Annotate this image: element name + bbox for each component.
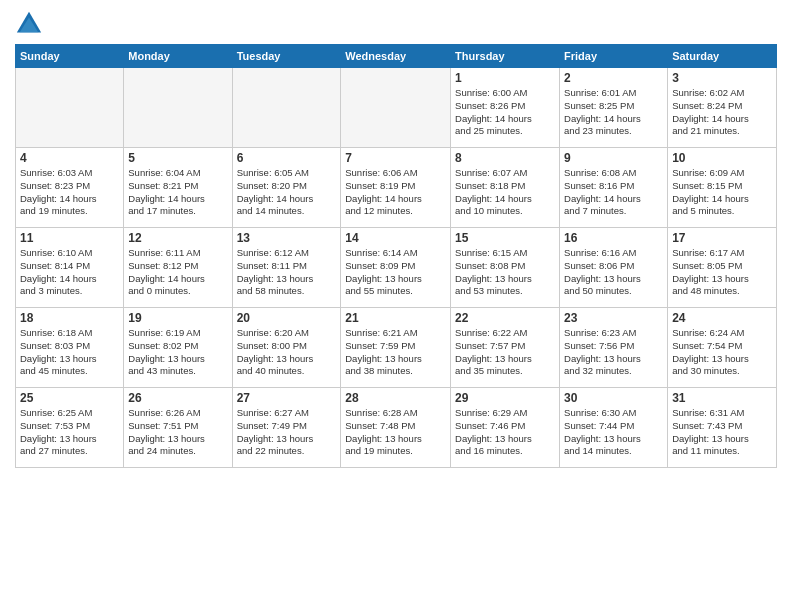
cell-info: Sunrise: 6:03 AM Sunset: 8:23 PM Dayligh… (20, 167, 119, 218)
week-row-2: 4Sunrise: 6:03 AM Sunset: 8:23 PM Daylig… (16, 148, 777, 228)
calendar-cell (232, 68, 341, 148)
cell-info: Sunrise: 6:05 AM Sunset: 8:20 PM Dayligh… (237, 167, 337, 218)
weekday-thursday: Thursday (451, 45, 560, 68)
cell-info: Sunrise: 6:15 AM Sunset: 8:08 PM Dayligh… (455, 247, 555, 298)
calendar-cell: 10Sunrise: 6:09 AM Sunset: 8:15 PM Dayli… (668, 148, 777, 228)
calendar-table: SundayMondayTuesdayWednesdayThursdayFrid… (15, 44, 777, 468)
calendar-cell: 21Sunrise: 6:21 AM Sunset: 7:59 PM Dayli… (341, 308, 451, 388)
date-number: 10 (672, 151, 772, 165)
calendar-cell: 29Sunrise: 6:29 AM Sunset: 7:46 PM Dayli… (451, 388, 560, 468)
cell-info: Sunrise: 6:31 AM Sunset: 7:43 PM Dayligh… (672, 407, 772, 458)
calendar-cell: 18Sunrise: 6:18 AM Sunset: 8:03 PM Dayli… (16, 308, 124, 388)
cell-info: Sunrise: 6:24 AM Sunset: 7:54 PM Dayligh… (672, 327, 772, 378)
date-number: 20 (237, 311, 337, 325)
calendar-cell: 17Sunrise: 6:17 AM Sunset: 8:05 PM Dayli… (668, 228, 777, 308)
cell-info: Sunrise: 6:04 AM Sunset: 8:21 PM Dayligh… (128, 167, 227, 218)
calendar-cell: 30Sunrise: 6:30 AM Sunset: 7:44 PM Dayli… (560, 388, 668, 468)
week-row-4: 18Sunrise: 6:18 AM Sunset: 8:03 PM Dayli… (16, 308, 777, 388)
date-number: 12 (128, 231, 227, 245)
calendar-cell: 2Sunrise: 6:01 AM Sunset: 8:25 PM Daylig… (560, 68, 668, 148)
calendar-cell: 9Sunrise: 6:08 AM Sunset: 8:16 PM Daylig… (560, 148, 668, 228)
calendar-cell: 28Sunrise: 6:28 AM Sunset: 7:48 PM Dayli… (341, 388, 451, 468)
cell-info: Sunrise: 6:27 AM Sunset: 7:49 PM Dayligh… (237, 407, 337, 458)
date-number: 18 (20, 311, 119, 325)
calendar-cell: 20Sunrise: 6:20 AM Sunset: 8:00 PM Dayli… (232, 308, 341, 388)
weekday-monday: Monday (124, 45, 232, 68)
calendar-cell: 5Sunrise: 6:04 AM Sunset: 8:21 PM Daylig… (124, 148, 232, 228)
date-number: 26 (128, 391, 227, 405)
cell-info: Sunrise: 6:29 AM Sunset: 7:46 PM Dayligh… (455, 407, 555, 458)
date-number: 21 (345, 311, 446, 325)
logo (15, 10, 47, 38)
cell-info: Sunrise: 6:17 AM Sunset: 8:05 PM Dayligh… (672, 247, 772, 298)
calendar-cell: 24Sunrise: 6:24 AM Sunset: 7:54 PM Dayli… (668, 308, 777, 388)
date-number: 11 (20, 231, 119, 245)
week-row-5: 25Sunrise: 6:25 AM Sunset: 7:53 PM Dayli… (16, 388, 777, 468)
calendar-cell: 8Sunrise: 6:07 AM Sunset: 8:18 PM Daylig… (451, 148, 560, 228)
header (15, 10, 777, 38)
date-number: 29 (455, 391, 555, 405)
calendar-cell: 31Sunrise: 6:31 AM Sunset: 7:43 PM Dayli… (668, 388, 777, 468)
date-number: 31 (672, 391, 772, 405)
date-number: 24 (672, 311, 772, 325)
date-number: 14 (345, 231, 446, 245)
weekday-wednesday: Wednesday (341, 45, 451, 68)
calendar-cell: 4Sunrise: 6:03 AM Sunset: 8:23 PM Daylig… (16, 148, 124, 228)
cell-info: Sunrise: 6:11 AM Sunset: 8:12 PM Dayligh… (128, 247, 227, 298)
cell-info: Sunrise: 6:23 AM Sunset: 7:56 PM Dayligh… (564, 327, 663, 378)
cell-info: Sunrise: 6:26 AM Sunset: 7:51 PM Dayligh… (128, 407, 227, 458)
calendar-cell: 6Sunrise: 6:05 AM Sunset: 8:20 PM Daylig… (232, 148, 341, 228)
cell-info: Sunrise: 6:22 AM Sunset: 7:57 PM Dayligh… (455, 327, 555, 378)
weekday-tuesday: Tuesday (232, 45, 341, 68)
cell-info: Sunrise: 6:00 AM Sunset: 8:26 PM Dayligh… (455, 87, 555, 138)
cell-info: Sunrise: 6:25 AM Sunset: 7:53 PM Dayligh… (20, 407, 119, 458)
calendar-cell: 23Sunrise: 6:23 AM Sunset: 7:56 PM Dayli… (560, 308, 668, 388)
date-number: 30 (564, 391, 663, 405)
cell-info: Sunrise: 6:16 AM Sunset: 8:06 PM Dayligh… (564, 247, 663, 298)
calendar-cell: 26Sunrise: 6:26 AM Sunset: 7:51 PM Dayli… (124, 388, 232, 468)
weekday-sunday: Sunday (16, 45, 124, 68)
date-number: 4 (20, 151, 119, 165)
cell-info: Sunrise: 6:20 AM Sunset: 8:00 PM Dayligh… (237, 327, 337, 378)
cell-info: Sunrise: 6:01 AM Sunset: 8:25 PM Dayligh… (564, 87, 663, 138)
cell-info: Sunrise: 6:12 AM Sunset: 8:11 PM Dayligh… (237, 247, 337, 298)
calendar-cell: 15Sunrise: 6:15 AM Sunset: 8:08 PM Dayli… (451, 228, 560, 308)
date-number: 17 (672, 231, 772, 245)
calendar-cell: 12Sunrise: 6:11 AM Sunset: 8:12 PM Dayli… (124, 228, 232, 308)
calendar-cell: 16Sunrise: 6:16 AM Sunset: 8:06 PM Dayli… (560, 228, 668, 308)
calendar-cell (16, 68, 124, 148)
calendar-cell: 19Sunrise: 6:19 AM Sunset: 8:02 PM Dayli… (124, 308, 232, 388)
calendar-cell: 11Sunrise: 6:10 AM Sunset: 8:14 PM Dayli… (16, 228, 124, 308)
date-number: 22 (455, 311, 555, 325)
date-number: 13 (237, 231, 337, 245)
cell-info: Sunrise: 6:07 AM Sunset: 8:18 PM Dayligh… (455, 167, 555, 218)
calendar-cell: 3Sunrise: 6:02 AM Sunset: 8:24 PM Daylig… (668, 68, 777, 148)
cell-info: Sunrise: 6:10 AM Sunset: 8:14 PM Dayligh… (20, 247, 119, 298)
week-row-1: 1Sunrise: 6:00 AM Sunset: 8:26 PM Daylig… (16, 68, 777, 148)
date-number: 7 (345, 151, 446, 165)
date-number: 9 (564, 151, 663, 165)
calendar-cell (124, 68, 232, 148)
date-number: 3 (672, 71, 772, 85)
date-number: 16 (564, 231, 663, 245)
date-number: 27 (237, 391, 337, 405)
cell-info: Sunrise: 6:14 AM Sunset: 8:09 PM Dayligh… (345, 247, 446, 298)
cell-info: Sunrise: 6:06 AM Sunset: 8:19 PM Dayligh… (345, 167, 446, 218)
cell-info: Sunrise: 6:21 AM Sunset: 7:59 PM Dayligh… (345, 327, 446, 378)
calendar-cell: 25Sunrise: 6:25 AM Sunset: 7:53 PM Dayli… (16, 388, 124, 468)
cell-info: Sunrise: 6:28 AM Sunset: 7:48 PM Dayligh… (345, 407, 446, 458)
cell-info: Sunrise: 6:02 AM Sunset: 8:24 PM Dayligh… (672, 87, 772, 138)
date-number: 5 (128, 151, 227, 165)
cell-info: Sunrise: 6:09 AM Sunset: 8:15 PM Dayligh… (672, 167, 772, 218)
page-container: SundayMondayTuesdayWednesdayThursdayFrid… (0, 0, 792, 473)
date-number: 2 (564, 71, 663, 85)
cell-info: Sunrise: 6:08 AM Sunset: 8:16 PM Dayligh… (564, 167, 663, 218)
cell-info: Sunrise: 6:18 AM Sunset: 8:03 PM Dayligh… (20, 327, 119, 378)
calendar-cell: 14Sunrise: 6:14 AM Sunset: 8:09 PM Dayli… (341, 228, 451, 308)
calendar-cell: 1Sunrise: 6:00 AM Sunset: 8:26 PM Daylig… (451, 68, 560, 148)
date-number: 19 (128, 311, 227, 325)
cell-info: Sunrise: 6:30 AM Sunset: 7:44 PM Dayligh… (564, 407, 663, 458)
weekday-friday: Friday (560, 45, 668, 68)
calendar-cell: 13Sunrise: 6:12 AM Sunset: 8:11 PM Dayli… (232, 228, 341, 308)
calendar-cell: 27Sunrise: 6:27 AM Sunset: 7:49 PM Dayli… (232, 388, 341, 468)
